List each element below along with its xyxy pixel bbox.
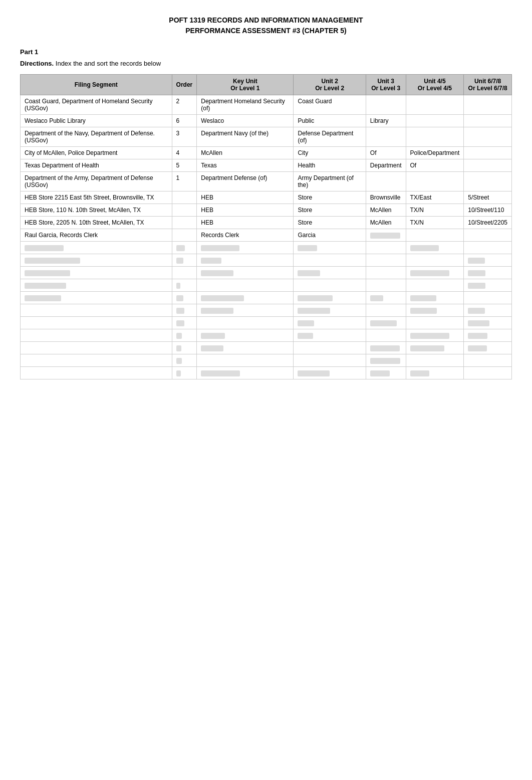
table-row: Raul Garcia, Records ClerkRecords ClerkG… — [21, 229, 512, 242]
table-cell-blurred — [406, 304, 464, 317]
table-cell-blurred — [406, 279, 464, 292]
table-cell: Army Department (of the) — [294, 172, 366, 191]
table-cell-blurred — [172, 354, 197, 367]
table-row-blurred — [21, 292, 512, 304]
table-cell — [406, 115, 464, 127]
col-header-unit678: Unit 6/7/8Or Level 6/7/8 — [464, 75, 512, 95]
table-cell — [366, 95, 406, 115]
table-cell-blurred — [172, 367, 197, 379]
table-cell-blurred — [294, 267, 366, 279]
table-cell-blurred — [294, 354, 366, 367]
table-cell: Coast Guard — [294, 95, 366, 115]
table-cell-blurred — [21, 354, 172, 367]
table-cell-blurred — [21, 292, 172, 304]
part-label: Part 1 — [20, 48, 512, 56]
table-cell-blurred — [21, 279, 172, 292]
table-cell-blurred — [197, 329, 294, 342]
table-cell: TX/N — [406, 217, 464, 229]
table-cell: HEB Store, 110 N. 10th Street, McAllen, … — [21, 204, 172, 217]
table-cell-blurred — [21, 329, 172, 342]
table-cell-blurred — [464, 292, 512, 304]
table-cell-blurred — [464, 354, 512, 367]
table-cell-blurred — [294, 304, 366, 317]
table-cell: City of McAllen, Police Department — [21, 147, 172, 159]
table-cell-blurred — [366, 367, 406, 379]
table-cell-blurred — [406, 317, 464, 329]
table-cell-blurred — [294, 367, 366, 379]
table-cell — [464, 115, 512, 127]
table-cell — [464, 95, 512, 115]
table-cell: HEB — [197, 191, 294, 204]
table-cell-blurred — [406, 267, 464, 279]
table-cell-blurred — [406, 242, 464, 254]
table-cell — [406, 127, 464, 147]
table-cell — [366, 229, 406, 242]
table-cell: Texas — [197, 159, 294, 172]
table-row: Texas Department of Health5TexasHealthDe… — [21, 159, 512, 172]
table-cell-blurred — [464, 367, 512, 379]
col-header-key-unit: Key UnitOr Level 1 — [197, 75, 294, 95]
table-cell-blurred — [464, 317, 512, 329]
table-cell: 5/Street — [464, 191, 512, 204]
table-cell: McAllen — [197, 147, 294, 159]
table-row-blurred — [21, 342, 512, 354]
table-cell-blurred — [464, 242, 512, 254]
table-cell — [172, 204, 197, 217]
table-row-blurred — [21, 279, 512, 292]
table-cell-blurred — [197, 304, 294, 317]
table-cell-blurred — [366, 279, 406, 292]
table-row: Weslaco Public Library6WeslacoPublicLibr… — [21, 115, 512, 127]
table-cell — [366, 127, 406, 147]
table-cell — [406, 229, 464, 242]
table-cell-blurred — [172, 292, 197, 304]
table-row: Department of the Army, Department of De… — [21, 172, 512, 191]
col-header-unit2: Unit 2Or Level 2 — [294, 75, 366, 95]
table-cell-blurred — [197, 342, 294, 354]
table-cell: Of — [406, 159, 464, 172]
table-cell: HEB Store, 2205 N. 10th Street, McAllen,… — [21, 217, 172, 229]
col-header-unit45: Unit 4/5Or Level 4/5 — [406, 75, 464, 95]
table-cell: Library — [366, 115, 406, 127]
table-cell-blurred — [172, 242, 197, 254]
table-cell-blurred — [294, 317, 366, 329]
table-cell: Garcia — [294, 229, 366, 242]
table-cell-blurred — [366, 292, 406, 304]
table-cell-blurred — [406, 367, 464, 379]
table-cell-blurred — [366, 267, 406, 279]
table-cell — [406, 95, 464, 115]
table-cell-blurred — [197, 354, 294, 367]
table-cell-blurred — [406, 354, 464, 367]
table-row-blurred — [21, 304, 512, 317]
table-cell: 10/Street/110 — [464, 204, 512, 217]
table-cell: Records Clerk — [197, 229, 294, 242]
table-row: City of McAllen, Police Department4McAll… — [21, 147, 512, 159]
page-title: POFT 1319 RECORDS AND INFORMATION MANAGE… — [20, 15, 512, 36]
table-cell: Store — [294, 204, 366, 217]
table-cell-blurred — [366, 342, 406, 354]
table-cell-blurred — [464, 279, 512, 292]
table-row: HEB Store 2215 East 5th Street, Brownsvi… — [21, 191, 512, 204]
records-table: Filing Segment Order Key UnitOr Level 1 … — [20, 74, 512, 379]
table-cell: 3 — [172, 127, 197, 147]
col-header-order: Order — [172, 75, 197, 95]
table-cell-blurred — [197, 317, 294, 329]
table-cell: Department of the Army, Department of De… — [21, 172, 172, 191]
table-cell-blurred — [21, 242, 172, 254]
table-cell-blurred — [21, 267, 172, 279]
table-cell-blurred — [172, 267, 197, 279]
table-row-blurred — [21, 367, 512, 379]
table-cell — [172, 229, 197, 242]
table-cell: Health — [294, 159, 366, 172]
table-cell: Raul Garcia, Records Clerk — [21, 229, 172, 242]
table-cell: City — [294, 147, 366, 159]
table-cell: 4 — [172, 147, 197, 159]
table-cell: 5 — [172, 159, 197, 172]
table-cell-blurred — [172, 329, 197, 342]
table-cell-blurred — [464, 342, 512, 354]
table-cell: Coast Guard, Department of Homeland Secu… — [21, 95, 172, 115]
table-cell: TX/N — [406, 204, 464, 217]
table-cell-blurred — [294, 254, 366, 267]
table-cell-blurred — [406, 329, 464, 342]
table-cell-blurred — [197, 242, 294, 254]
table-cell-blurred — [366, 354, 406, 367]
